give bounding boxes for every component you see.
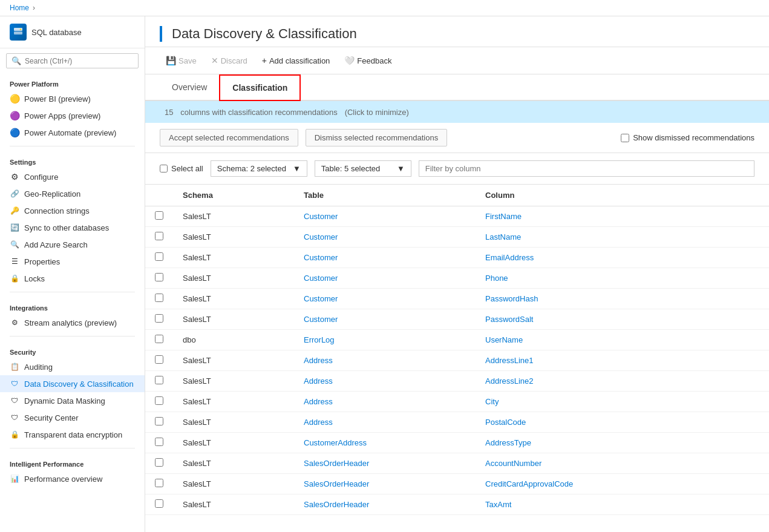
configure-icon: ⚙ <box>10 172 19 182</box>
sidebar-item-power-apps[interactable]: 🟣 Power Apps (preview) <box>0 107 145 124</box>
row-table-11[interactable]: CustomerAddress <box>294 433 476 453</box>
row-column-13[interactable]: CreditCardApprovalCode <box>476 474 769 494</box>
row-checkbox-4[interactable] <box>155 294 163 302</box>
row-table-14[interactable]: SalesOrderHeader <box>294 494 476 515</box>
select-all-label: Select all <box>160 164 203 173</box>
sidebar-item-label: Performance overview <box>24 475 102 484</box>
tab-overview[interactable]: Overview <box>160 74 219 101</box>
table-row: SalesLT Customer FirstName <box>145 206 769 227</box>
add-classification-button[interactable]: + Add classification <box>256 52 336 69</box>
row-column-10[interactable]: PostalCode <box>476 412 769 433</box>
sidebar-item-transparent-encryption[interactable]: 🔒 Transparent data encryption <box>0 426 145 443</box>
recommendations-banner[interactable]: 15 columns with classification recommend… <box>145 101 769 123</box>
column-filter-input[interactable] <box>419 160 754 177</box>
table-filter-dropdown[interactable]: Table: 5 selected ▼ <box>315 160 411 177</box>
col-header-column: Column <box>476 185 769 206</box>
row-checkbox-0[interactable] <box>155 211 163 220</box>
search-input[interactable] <box>25 57 133 65</box>
row-schema-2: SalesLT <box>173 248 294 268</box>
row-column-11[interactable]: AddressType <box>476 433 769 453</box>
select-all-checkbox[interactable] <box>160 165 168 172</box>
row-checkbox-cell <box>145 494 173 515</box>
row-column-7[interactable]: AddressLine1 <box>476 350 769 371</box>
row-table-10[interactable]: Address <box>294 412 476 433</box>
schema-filter-dropdown[interactable]: Schema: 2 selected ▼ <box>211 160 307 177</box>
sidebar-item-geo-replication[interactable]: 🔗 Geo-Replication <box>0 185 145 202</box>
row-column-6[interactable]: UserName <box>476 330 769 350</box>
row-table-5[interactable]: Customer <box>294 309 476 330</box>
row-column-0[interactable]: FirstName <box>476 206 769 227</box>
breadcrumb-home[interactable]: Home <box>10 4 29 12</box>
row-table-13[interactable]: SalesOrderHeader <box>294 474 476 494</box>
row-table-2[interactable]: Customer <box>294 248 476 268</box>
dismiss-recommendations-button[interactable]: Dismiss selected recommendations <box>306 129 447 146</box>
sidebar-item-sync-databases[interactable]: 🔄 Sync to other databases <box>0 219 145 236</box>
sidebar-item-stream-analytics[interactable]: ⚙ Stream analytics (preview) <box>0 314 145 331</box>
row-checkbox-7[interactable] <box>155 355 163 364</box>
table-row: SalesLT Customer EmailAddress <box>145 248 769 268</box>
sidebar-item-properties[interactable]: ☰ Properties <box>0 253 145 270</box>
sidebar-item-azure-search[interactable]: 🔍 Add Azure Search <box>0 236 145 253</box>
save-icon: 💾 <box>166 56 176 65</box>
sidebar-item-label: Configure <box>24 172 58 182</box>
row-column-9[interactable]: City <box>476 392 769 412</box>
sidebar-item-dynamic-masking[interactable]: 🛡 Dynamic Data Masking <box>0 392 145 409</box>
row-column-8[interactable]: AddressLine2 <box>476 371 769 392</box>
sidebar-item-configure[interactable]: ⚙ Configure <box>0 168 145 185</box>
row-checkbox-6[interactable] <box>155 335 163 343</box>
sidebar-item-power-bi[interactable]: 🟡 Power BI (preview) <box>0 90 145 107</box>
row-column-3[interactable]: Phone <box>476 268 769 289</box>
row-column-12[interactable]: AccountNumber <box>476 453 769 474</box>
row-table-0[interactable]: Customer <box>294 206 476 227</box>
row-column-4[interactable]: PasswordHash <box>476 289 769 309</box>
row-checkbox-11[interactable] <box>155 438 163 446</box>
row-checkbox-3[interactable] <box>155 273 163 281</box>
row-checkbox-10[interactable] <box>155 417 163 425</box>
save-button[interactable]: 💾 Save <box>160 52 203 69</box>
row-checkbox-cell <box>145 268 173 289</box>
sidebar-item-auditing[interactable]: 📋 Auditing <box>0 358 145 375</box>
row-table-6[interactable]: ErrorLog <box>294 330 476 350</box>
row-checkbox-5[interactable] <box>155 314 163 323</box>
sidebar-item-label: Locks <box>24 274 45 283</box>
row-table-7[interactable]: Address <box>294 350 476 371</box>
row-table-8[interactable]: Address <box>294 371 476 392</box>
row-schema-0: SalesLT <box>173 206 294 227</box>
sidebar-item-data-discovery[interactable]: 🛡 Data Discovery & Classification <box>0 375 145 392</box>
row-column-5[interactable]: PasswordSalt <box>476 309 769 330</box>
row-table-4[interactable]: Customer <box>294 289 476 309</box>
row-checkbox-8[interactable] <box>155 376 163 384</box>
sidebar-item-performance-overview[interactable]: 📊 Performance overview <box>0 470 145 487</box>
sidebar-item-security-center[interactable]: 🛡 Security Center <box>0 409 145 426</box>
accept-recommendations-button[interactable]: Accept selected recommendations <box>160 129 298 146</box>
row-checkbox-13[interactable] <box>155 479 163 487</box>
feedback-button[interactable]: 🤍 Feedback <box>338 52 398 69</box>
select-all-text: Select all <box>171 164 203 173</box>
tab-classification[interactable]: Classification <box>219 74 301 101</box>
svg-point-2 <box>20 28 21 30</box>
sidebar-item-label: Power BI (preview) <box>24 94 91 103</box>
sidebar-item-locks[interactable]: 🔒 Locks <box>0 270 145 287</box>
row-checkbox-12[interactable] <box>155 458 163 467</box>
row-checkbox-14[interactable] <box>155 499 163 508</box>
row-column-1[interactable]: LastName <box>476 227 769 248</box>
row-table-12[interactable]: SalesOrderHeader <box>294 453 476 474</box>
sidebar-item-connection-strings[interactable]: 🔑 Connection strings <box>0 202 145 219</box>
row-column-2[interactable]: EmailAddress <box>476 248 769 268</box>
show-dismissed-checkbox[interactable] <box>621 134 629 142</box>
row-table-1[interactable]: Customer <box>294 227 476 248</box>
row-checkbox-2[interactable] <box>155 252 163 261</box>
row-schema-8: SalesLT <box>173 371 294 392</box>
row-table-3[interactable]: Customer <box>294 268 476 289</box>
col-header-table: Table <box>294 185 476 206</box>
discard-button[interactable]: ✕ Discard <box>205 52 254 69</box>
row-table-9[interactable]: Address <box>294 392 476 412</box>
row-schema-12: SalesLT <box>173 453 294 474</box>
row-checkbox-1[interactable] <box>155 232 163 240</box>
row-column-14[interactable]: TaxAmt <box>476 494 769 515</box>
sidebar-item-power-automate[interactable]: 🔵 Power Automate (preview) <box>0 124 145 141</box>
row-checkbox-9[interactable] <box>155 396 163 405</box>
table-row: dbo ErrorLog UserName <box>145 330 769 350</box>
table-row: SalesLT Address City <box>145 392 769 412</box>
search-box[interactable]: 🔍 <box>6 53 139 68</box>
